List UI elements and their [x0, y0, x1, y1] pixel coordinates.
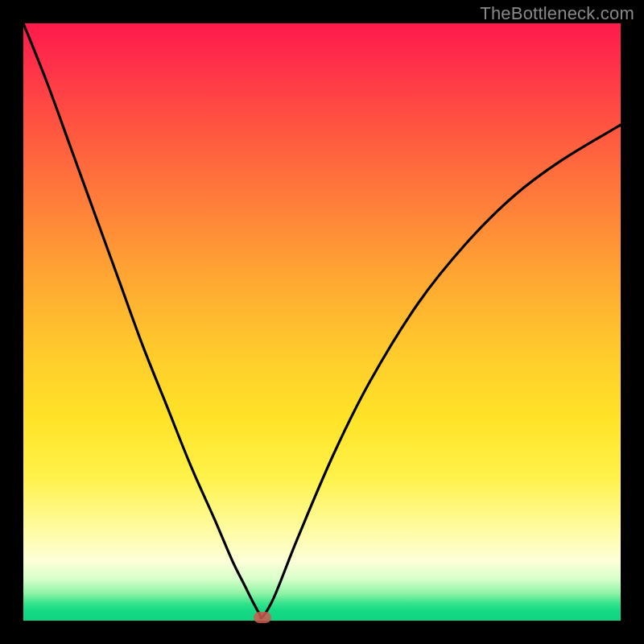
watermark-text: TheBottleneck.com [480, 3, 634, 24]
min-marker [254, 612, 271, 623]
plot-area [23, 23, 621, 621]
bottleneck-curve [23, 23, 621, 618]
outer-frame: TheBottleneck.com [0, 0, 644, 644]
curve-svg [23, 23, 621, 621]
